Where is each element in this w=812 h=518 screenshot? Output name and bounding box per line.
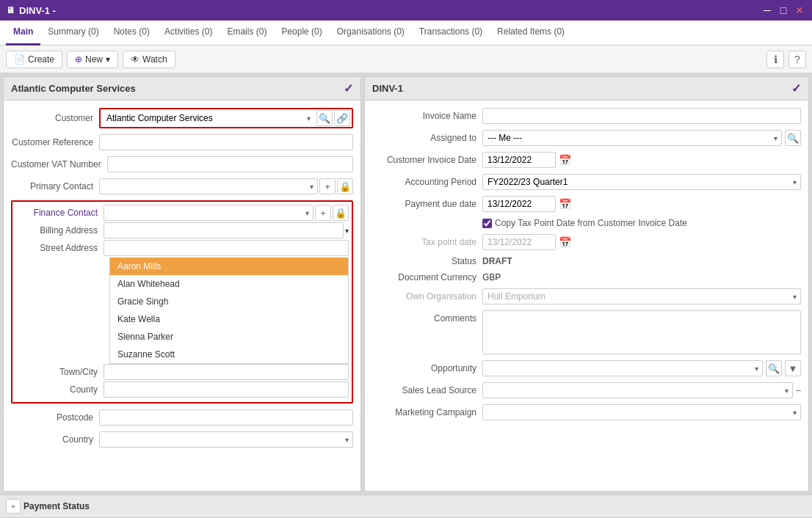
customer-link-button[interactable]: 🔗	[334, 110, 350, 126]
postcode-label: Postcode	[11, 412, 99, 423]
primary-contact-row: Primary Contact + 🔒	[11, 178, 353, 194]
copy-tax-point-row: Copy Tax Point Date from Customer Invoic…	[372, 218, 801, 228]
right-panel-title: DINV-1	[372, 83, 403, 94]
tab-summary[interactable]: Summary (0)	[40, 21, 106, 45]
customer-row: Customer Atlantic Computer Services 🔍 🔗	[11, 108, 353, 128]
customer-search-button[interactable]: 🔍	[316, 110, 333, 126]
tab-organisations[interactable]: Organisations (0)	[330, 21, 412, 45]
assigned-to-search-button[interactable]: 🔍	[785, 130, 801, 146]
right-panel-header: DINV-1 ✓	[365, 77, 808, 101]
copy-tax-point-checkbox[interactable]	[482, 219, 492, 228]
billing-address-label: Billing Address	[15, 225, 104, 236]
payment-due-date-input[interactable]	[482, 196, 556, 212]
payment-due-date-calendar-icon[interactable]: 📅	[559, 198, 571, 210]
opportunity-select[interactable]	[482, 360, 763, 376]
finance-contact-select[interactable]	[104, 205, 313, 221]
payment-status-section[interactable]: + Payment Status	[0, 495, 812, 518]
document-currency-label: Document Currency	[372, 272, 482, 282]
tab-people[interactable]: People (0)	[274, 21, 329, 45]
help-button[interactable]: ?	[789, 51, 806, 68]
create-button[interactable]: 📄 Create	[6, 51, 62, 68]
primary-contact-label: Primary Contact	[11, 181, 99, 191]
customer-ref-row: Customer Reference	[11, 134, 353, 150]
customer-ref-input[interactable]	[99, 134, 353, 150]
status-value: DRAFT	[482, 256, 512, 266]
customer-vat-row: Customer VAT Number	[11, 156, 353, 172]
watch-button[interactable]: 👁 Watch	[123, 51, 175, 68]
finance-contact-lock-button[interactable]: 🔒	[333, 205, 349, 221]
dropdown-item-kate[interactable]: Kate Wella	[110, 310, 348, 328]
county-row: County	[15, 382, 349, 398]
sales-lead-source-select[interactable]	[482, 382, 793, 398]
content-area: Atlantic Computer Services ✓ Customer At…	[0, 73, 812, 495]
marketing-campaign-row: Marketing Campaign	[372, 404, 801, 420]
marketing-campaign-select[interactable]	[482, 404, 801, 420]
tab-activities[interactable]: Activities (0)	[157, 21, 220, 45]
dropdown-item-aaron[interactable]: Aaron Mills	[110, 258, 348, 275]
status-row: Status DRAFT	[372, 256, 801, 266]
tab-emails[interactable]: Emails (0)	[220, 21, 274, 45]
toolbar: 📄 Create ⊕ New ▾ 👁 Watch ℹ ?	[0, 45, 812, 73]
minimize-button[interactable]: ─	[761, 4, 774, 17]
accounting-period-select[interactable]: FY2022/23 Quarter1	[482, 174, 801, 190]
payment-status-label: Payment Status	[23, 501, 90, 511]
country-select[interactable]	[99, 431, 353, 448]
town-city-row: Town/City	[15, 364, 349, 380]
town-city-input[interactable]	[104, 364, 349, 380]
postcode-input[interactable]	[99, 409, 353, 426]
sales-lead-source-clear[interactable]: –	[796, 385, 801, 395]
opportunity-filter-button[interactable]: ▼	[785, 360, 801, 376]
street-address-input[interactable]	[104, 240, 349, 256]
dropdown-item-alan[interactable]: Alan Whitehead	[110, 275, 348, 293]
new-button[interactable]: ⊕ New ▾	[67, 51, 118, 68]
payment-due-date-label: Payment due date	[372, 199, 482, 209]
info-button[interactable]: ℹ	[766, 51, 784, 68]
payment-due-date-row: Payment due date 📅	[372, 196, 801, 212]
street-address-row: Street Address	[15, 240, 349, 256]
primary-contact-lock-button[interactable]: 🔒	[337, 178, 353, 194]
customer-invoice-date-input[interactable]	[482, 152, 556, 168]
accounting-period-label: Accounting Period	[372, 177, 482, 187]
maximize-button[interactable]: □	[777, 4, 790, 17]
tab-main[interactable]: Main	[6, 21, 40, 45]
sales-lead-source-row: Sales Lead Source –	[372, 382, 801, 398]
left-panel: Atlantic Computer Services ✓ Customer At…	[3, 76, 361, 492]
tax-point-date-input[interactable]	[482, 234, 556, 250]
right-form-area: Invoice Name Assigned to --- Me --- 🔍	[365, 101, 808, 491]
customer-vat-input[interactable]	[107, 156, 353, 172]
primary-contact-add-button[interactable]: +	[319, 178, 336, 194]
payment-status-expand-button[interactable]: +	[6, 499, 21, 514]
county-input[interactable]	[104, 382, 349, 398]
close-button[interactable]: ✕	[793, 4, 806, 17]
own-organisation-label: Own Organisation	[372, 291, 482, 302]
finance-contact-add-button[interactable]: +	[315, 205, 331, 221]
eye-icon: 👁	[131, 54, 139, 65]
tab-transactions[interactable]: Transactions (0)	[412, 21, 490, 45]
own-organisation-select[interactable]: Hull Emporium	[482, 288, 801, 304]
customer-invoice-date-calendar-icon[interactable]: 📅	[559, 154, 571, 166]
invoice-name-input[interactable]	[482, 108, 801, 124]
tab-related-items[interactable]: Related Items (0)	[490, 21, 572, 45]
primary-contact-select[interactable]	[99, 178, 318, 194]
assigned-to-select[interactable]: --- Me ---	[482, 130, 782, 146]
tab-bar: Main Summary (0) Notes (0) Activities (0…	[0, 21, 812, 45]
town-city-label: Town/City	[15, 367, 104, 377]
customer-select[interactable]: Atlantic Computer Services	[102, 111, 315, 125]
opportunity-label: Opportunity	[372, 363, 482, 373]
opportunity-search-button[interactable]: 🔍	[766, 360, 782, 376]
dropdown-item-sienna[interactable]: Sienna Parker	[110, 328, 348, 346]
comments-textarea[interactable]	[482, 310, 801, 354]
customer-label: Customer	[11, 113, 99, 123]
status-label: Status	[372, 256, 482, 266]
dropdown-item-suzanne[interactable]: Suzanne Scott	[110, 346, 348, 363]
left-form-area: Customer Atlantic Computer Services 🔍 🔗 …	[4, 101, 360, 491]
billing-address-input[interactable]	[104, 222, 344, 238]
comments-label: Comments	[372, 310, 482, 324]
marketing-campaign-label: Marketing Campaign	[372, 407, 482, 417]
tab-notes[interactable]: Notes (0)	[106, 21, 157, 45]
copy-tax-point-checkbox-area: Copy Tax Point Date from Customer Invoic…	[482, 218, 687, 228]
dropdown-item-gracie[interactable]: Gracie Singh	[110, 293, 348, 310]
tax-point-date-calendar-icon[interactable]: 📅	[559, 236, 571, 248]
customer-invoice-date-label: Customer Invoice Date	[372, 155, 482, 165]
own-organisation-row: Own Organisation Hull Emporium	[372, 288, 801, 304]
